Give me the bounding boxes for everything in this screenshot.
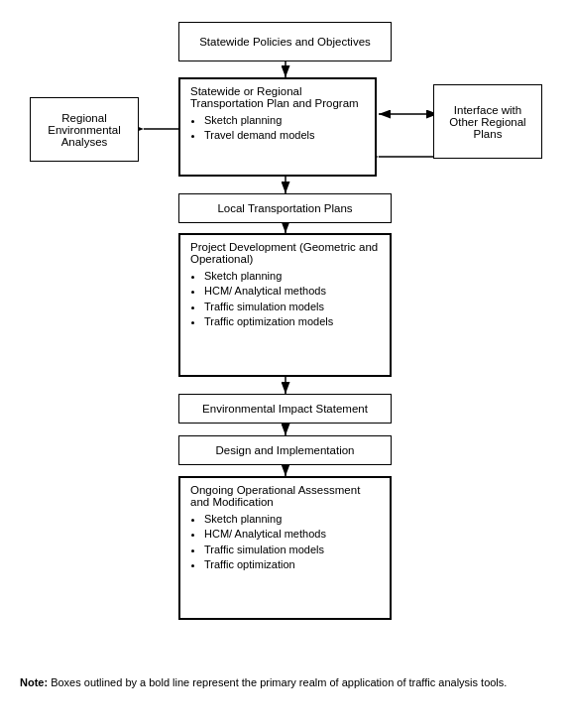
footnote: Note: Boxes outlined by a bold line repr…	[20, 674, 552, 720]
list-item: Sketch planning	[204, 269, 380, 284]
interface-other-box: Interface with Other Regional Plans	[433, 84, 542, 159]
project-dev-title: Project Development (Geometric and Opera…	[190, 241, 380, 265]
local-transport-label: Local Transportation Plans	[217, 202, 352, 214]
list-item: Traffic simulation models	[204, 543, 380, 557]
interface-other-label: Interface with Other Regional Plans	[444, 104, 531, 140]
list-item: HCM/ Analytical methods	[204, 284, 380, 299]
list-item: Traffic optimization	[204, 557, 380, 572]
diagram-container: Statewide Policies and Objectives Region…	[20, 10, 552, 668]
ongoing-ops-list: Sketch planning HCM/ Analytical methods …	[204, 512, 380, 573]
list-item: Travel demand models	[204, 128, 365, 143]
note-text: Boxes outlined by a bold line represent …	[48, 676, 507, 688]
list-item: Traffic optimization models	[204, 314, 380, 329]
list-item: HCM/ Analytical methods	[204, 527, 380, 542]
design-impl-box: Design and Implementation	[178, 435, 392, 465]
list-item: Sketch planning	[204, 113, 365, 128]
statewide-regional-box: Statewide or Regional Transportation Pla…	[178, 77, 377, 177]
statewide-policies-label: Statewide Policies and Objectives	[199, 36, 371, 48]
regional-env-box: Regional Environmental Analyses	[30, 97, 139, 162]
project-dev-list: Sketch planning HCM/ Analytical methods …	[204, 269, 380, 330]
project-dev-box: Project Development (Geometric and Opera…	[178, 233, 392, 377]
ongoing-ops-title: Ongoing Operational Assessment and Modif…	[190, 484, 380, 508]
env-impact-label: Environmental Impact Statement	[202, 403, 368, 415]
ongoing-ops-box: Ongoing Operational Assessment and Modif…	[178, 476, 392, 620]
list-item: Traffic simulation models	[204, 300, 380, 314]
design-impl-label: Design and Implementation	[216, 444, 355, 456]
statewide-regional-title: Statewide or Regional Transportation Pla…	[190, 85, 365, 109]
list-item: Sketch planning	[204, 512, 380, 527]
statewide-policies-box: Statewide Policies and Objectives	[178, 22, 392, 61]
local-transport-box: Local Transportation Plans	[178, 193, 392, 223]
note-label: Note:	[20, 676, 48, 688]
regional-env-label: Regional Environmental Analyses	[41, 112, 128, 148]
statewide-regional-list: Sketch planning Travel demand models	[204, 113, 365, 144]
env-impact-box: Environmental Impact Statement	[178, 394, 392, 424]
